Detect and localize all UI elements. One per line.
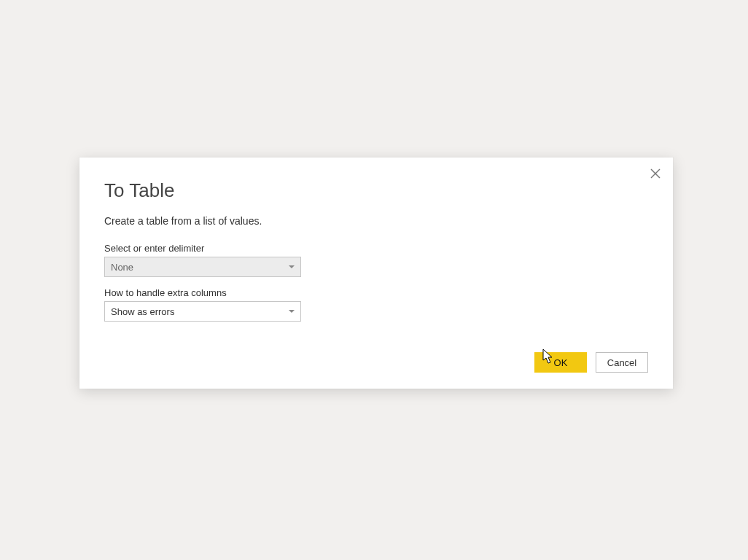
- dialog-buttons: OK Cancel: [104, 352, 648, 373]
- extra-columns-value: Show as errors: [111, 306, 174, 317]
- ok-button[interactable]: OK: [534, 352, 587, 373]
- chevron-down-icon: [289, 310, 295, 313]
- dialog-title: To Table: [104, 179, 648, 202]
- extra-columns-label: How to handle extra columns: [104, 287, 648, 298]
- extra-columns-dropdown[interactable]: Show as errors: [104, 301, 301, 322]
- to-table-dialog: To Table Create a table from a list of v…: [79, 158, 673, 389]
- delimiter-label: Select or enter delimiter: [104, 243, 648, 254]
- delimiter-dropdown[interactable]: None: [104, 257, 301, 277]
- cancel-button[interactable]: Cancel: [596, 352, 648, 373]
- dialog-subtitle: Create a table from a list of values.: [104, 215, 648, 227]
- close-icon: [650, 168, 661, 179]
- delimiter-value: None: [111, 262, 133, 273]
- chevron-down-icon: [289, 265, 295, 268]
- close-button[interactable]: [645, 163, 666, 184]
